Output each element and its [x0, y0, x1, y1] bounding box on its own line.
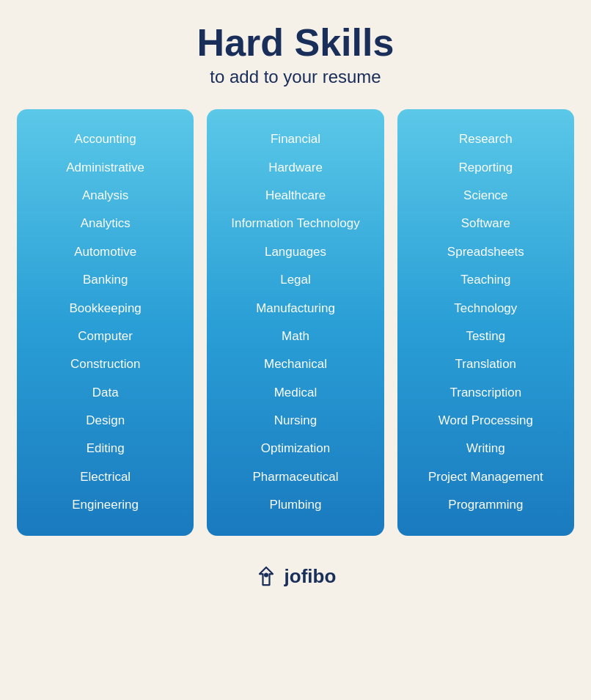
skill-item: Research: [405, 125, 567, 153]
skill-item: Analysis: [24, 182, 186, 210]
skill-item: Math: [214, 323, 376, 350]
footer: jofibo: [255, 565, 337, 588]
skill-column-col2: FinancialHardwareHealthcareInformation T…: [207, 109, 383, 535]
skill-item: Programming: [405, 491, 567, 519]
skill-item: Reporting: [405, 154, 567, 182]
skill-item: Testing: [405, 323, 567, 350]
skill-item: Healthcare: [214, 182, 376, 210]
skill-column-col1: AccountingAdministrativeAnalysisAnalytic…: [17, 109, 194, 535]
skill-item: Legal: [214, 266, 376, 294]
skill-item: Administrative: [24, 154, 186, 182]
skill-item: Mechanical: [214, 350, 376, 378]
skill-item: Accounting: [24, 125, 186, 153]
skill-item: Writing: [405, 435, 567, 463]
skill-item: Languages: [214, 238, 376, 266]
page-header: Hard Skills to add to your resume: [197, 22, 394, 87]
skill-item: Word Processing: [405, 407, 567, 435]
skill-item: Medical: [214, 379, 376, 407]
skill-item: Technology: [405, 295, 567, 323]
skill-item: Analytics: [24, 210, 186, 237]
skill-item: Financial: [214, 125, 376, 153]
skill-item: Automotive: [24, 238, 186, 266]
skill-item: Pharmaceutical: [214, 463, 376, 491]
svg-point-1: [264, 573, 268, 578]
skill-item: Construction: [24, 350, 186, 378]
skill-item: Data: [24, 379, 186, 407]
skill-item: Computer: [24, 323, 186, 350]
skill-item: Optimization: [214, 435, 376, 463]
main-subtitle: to add to your resume: [197, 67, 394, 87]
skills-columns: AccountingAdministrativeAnalysisAnalytic…: [17, 109, 574, 535]
skill-item: Bookkeeping: [24, 295, 186, 323]
skill-item: Manufacturing: [214, 295, 376, 323]
skill-item: Software: [405, 210, 567, 237]
skill-item: Banking: [24, 266, 186, 294]
skill-item: Translation: [405, 350, 567, 378]
skill-item: Project Management: [405, 463, 567, 491]
main-title: Hard Skills: [197, 22, 394, 64]
skill-item: Engineering: [24, 491, 186, 519]
skill-item: Hardware: [214, 154, 376, 182]
skill-item: Nursing: [214, 407, 376, 435]
jofibo-logo-icon: [255, 565, 277, 587]
skill-item: Editing: [24, 435, 186, 463]
skill-item: Spreadsheets: [405, 238, 567, 266]
skill-item: Plumbing: [214, 491, 376, 519]
skill-item: Transcription: [405, 379, 567, 407]
skill-column-col3: ResearchReportingScienceSoftwareSpreadsh…: [397, 109, 574, 535]
skill-item: Electrical: [24, 463, 186, 491]
skill-item: Teaching: [405, 266, 567, 294]
brand-name: jofibo: [285, 565, 337, 588]
skill-item: Design: [24, 407, 186, 435]
skill-item: Science: [405, 182, 567, 210]
skill-item: Information Technology: [214, 210, 376, 237]
